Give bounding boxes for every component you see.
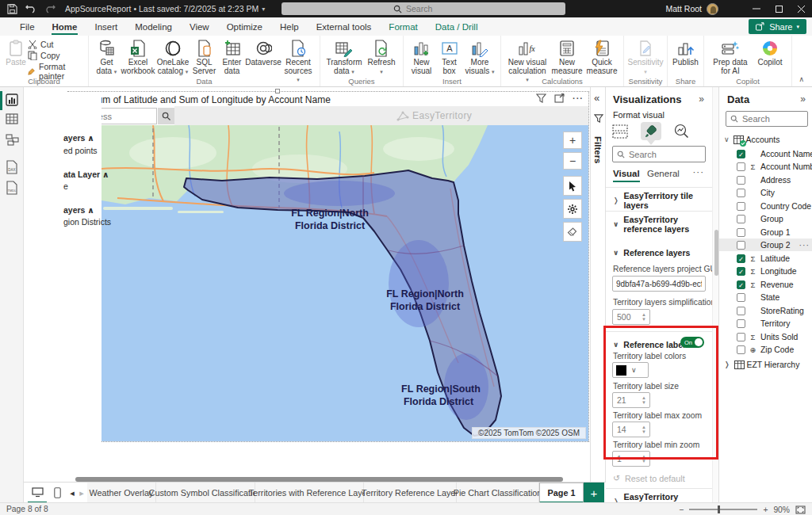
build-visual-icon[interactable] bbox=[612, 124, 628, 139]
mobile-layout-icon[interactable] bbox=[50, 483, 64, 503]
field-row[interactable]: ✓Account Name bbox=[719, 147, 812, 160]
map-zoom-in-button[interactable]: + bbox=[563, 132, 582, 149]
menu-data-drill[interactable]: Data / Drill bbox=[427, 17, 487, 36]
analytics-icon[interactable] bbox=[674, 124, 689, 139]
field-row-group2[interactable]: Group 2··· bbox=[719, 238, 812, 251]
visual-resize-handle[interactable] bbox=[275, 89, 280, 93]
collapse-visualizations-icon[interactable]: » bbox=[699, 93, 704, 105]
tab-overflow-icon[interactable]: ··· bbox=[693, 167, 705, 177]
collapse-ribbon-chevron[interactable]: ∧ bbox=[799, 75, 804, 83]
data-search[interactable] bbox=[726, 111, 808, 127]
share-button[interactable]: Share▾ bbox=[749, 19, 806, 34]
field-row[interactable]: ✓ΣRevenue bbox=[719, 278, 812, 291]
page-tab[interactable]: Territories with Reference Layer bbox=[255, 483, 364, 503]
more-visuals-button[interactable]: More visuals ▾ bbox=[463, 38, 496, 77]
menu-home[interactable]: Home bbox=[44, 17, 86, 36]
expand-filters-icon[interactable]: « bbox=[594, 92, 599, 104]
format-visual-icon[interactable] bbox=[641, 122, 661, 140]
menu-insert[interactable]: Insert bbox=[86, 17, 126, 36]
sensitivity-button[interactable]: Sensitivity ▾ bbox=[628, 38, 663, 77]
field-row[interactable]: ✓ΣLongitude bbox=[719, 265, 812, 277]
prep-data-for-ai-button[interactable]: Prep data for AI bbox=[708, 38, 753, 76]
zoom-slider[interactable] bbox=[689, 509, 757, 510]
cut-button[interactable]: Cut bbox=[28, 40, 84, 49]
save-icon[interactable] bbox=[5, 2, 19, 16]
reset-to-default-button[interactable]: ↺Reset to default bbox=[613, 473, 685, 483]
map-select-tool-button[interactable] bbox=[563, 176, 582, 196]
menu-format[interactable]: Format bbox=[380, 17, 426, 36]
label-max-zoom-spinner[interactable]: 14▲▼ bbox=[612, 422, 650, 437]
text-box-button[interactable]: A Text box bbox=[435, 38, 463, 76]
avatar[interactable] bbox=[707, 3, 718, 15]
simplification-spinner[interactable]: 500▲▼ bbox=[612, 309, 650, 325]
data-search-input[interactable] bbox=[742, 114, 798, 124]
field-row[interactable]: Territory bbox=[719, 317, 812, 330]
format-search-input[interactable] bbox=[629, 150, 684, 159]
redo-icon[interactable] bbox=[43, 2, 57, 16]
field-row[interactable]: Country Code bbox=[719, 200, 812, 212]
get-data-button[interactable]: Get data ▾ bbox=[93, 38, 121, 77]
dataverse-button[interactable]: Dataverse bbox=[246, 38, 281, 68]
focus-mode-icon[interactable] bbox=[554, 93, 565, 103]
minimize-button[interactable] bbox=[745, 0, 768, 17]
menu-help[interactable]: Help bbox=[271, 17, 308, 36]
global-search[interactable] bbox=[282, 2, 565, 15]
field-row[interactable]: Group 1 bbox=[719, 226, 812, 238]
field-more-options-icon[interactable]: ··· bbox=[799, 241, 810, 250]
model-view-icon[interactable] bbox=[6, 133, 19, 147]
layers-item[interactable]: e bbox=[63, 181, 68, 191]
territory-map[interactable]: FL Region|North Florida District FL Regi… bbox=[102, 125, 588, 441]
field-row[interactable]: City bbox=[719, 186, 812, 199]
next-page-arrow[interactable]: ▸ bbox=[77, 483, 86, 503]
more-options-icon[interactable]: ··· bbox=[573, 93, 584, 103]
menu-optimize[interactable]: Optimize bbox=[218, 17, 271, 36]
menu-modeling[interactable]: Modeling bbox=[126, 17, 181, 36]
field-row[interactable]: Address bbox=[719, 174, 812, 186]
collapse-data-panel-icon[interactable]: » bbox=[800, 93, 806, 105]
table-ezt-hierarchy[interactable]: ❭ EZT Hierarchy bbox=[719, 358, 812, 371]
field-row[interactable]: ✓ΣLatitude bbox=[719, 252, 812, 265]
copilot-button[interactable]: Copilot bbox=[753, 38, 787, 68]
card-reference-layers-header[interactable]: ∨Reference layers bbox=[606, 242, 712, 263]
section-tile-layers[interactable]: ❭EasyTerritory tile layers bbox=[606, 190, 712, 211]
field-row[interactable]: Group bbox=[719, 212, 812, 225]
address-search-button[interactable] bbox=[158, 108, 174, 124]
field-row[interactable]: StoreRating bbox=[719, 304, 812, 317]
desktop-layout-icon[interactable] bbox=[28, 483, 47, 503]
global-search-input[interactable] bbox=[406, 4, 454, 13]
label-min-zoom-spinner[interactable]: 1▲▼ bbox=[612, 451, 650, 467]
page-tab[interactable]: Custom Symbol Classification bbox=[156, 483, 255, 503]
page-tab[interactable]: Pie Chart Classification bbox=[457, 483, 539, 503]
dax-query-view-icon[interactable]: DAX bbox=[6, 160, 18, 174]
report-view-icon[interactable] bbox=[6, 93, 18, 106]
menu-view[interactable]: View bbox=[181, 17, 218, 36]
format-search[interactable] bbox=[612, 146, 706, 162]
label-size-spinner[interactable]: 21▲▼ bbox=[612, 392, 650, 408]
table-accounts[interactable]: ∨ Accounts bbox=[719, 133, 812, 146]
copy-button[interactable]: Copy bbox=[28, 51, 84, 60]
paste-button[interactable]: Paste bbox=[4, 38, 28, 68]
map-eraser-button[interactable] bbox=[563, 222, 582, 242]
previous-page-arrow[interactable]: ◂ bbox=[67, 483, 77, 503]
section-reference-layers[interactable]: ∨EasyTerritory reference layers bbox=[606, 214, 712, 235]
map-settings-button[interactable] bbox=[563, 199, 582, 219]
menu-file[interactable]: File bbox=[11, 17, 44, 36]
fit-to-page-icon[interactable] bbox=[795, 505, 806, 514]
quick-measure-button[interactable]: Quick measure bbox=[584, 38, 619, 76]
new-measure-button[interactable]: New measure bbox=[550, 38, 584, 76]
page-tab[interactable]: Territory Reference Layer bbox=[364, 483, 457, 503]
excel-workbook-button[interactable]: Excel workbook bbox=[121, 38, 155, 76]
layers-item[interactable]: ed points bbox=[63, 146, 98, 155]
visualizations-scrollbar[interactable] bbox=[712, 87, 718, 502]
sql-server-button[interactable]: SQL Server bbox=[190, 38, 218, 76]
filters-pane-label[interactable]: Filters bbox=[593, 136, 603, 164]
tab-visual[interactable]: Visual bbox=[613, 169, 640, 182]
field-row[interactable]: ΣAccount Number bbox=[719, 160, 812, 173]
table-view-icon[interactable] bbox=[6, 113, 18, 125]
enter-data-button[interactable]: Enter data bbox=[218, 38, 246, 76]
label-color-dropdown[interactable]: ∨ bbox=[612, 362, 649, 378]
publish-button[interactable]: Publish bbox=[672, 38, 699, 68]
transform-data-button[interactable]: Transform data ▾ bbox=[324, 38, 364, 77]
onelake-catalog-button[interactable]: OneLake catalog ▾ bbox=[155, 38, 190, 77]
refresh-button[interactable]: Refresh▾ bbox=[364, 38, 399, 77]
